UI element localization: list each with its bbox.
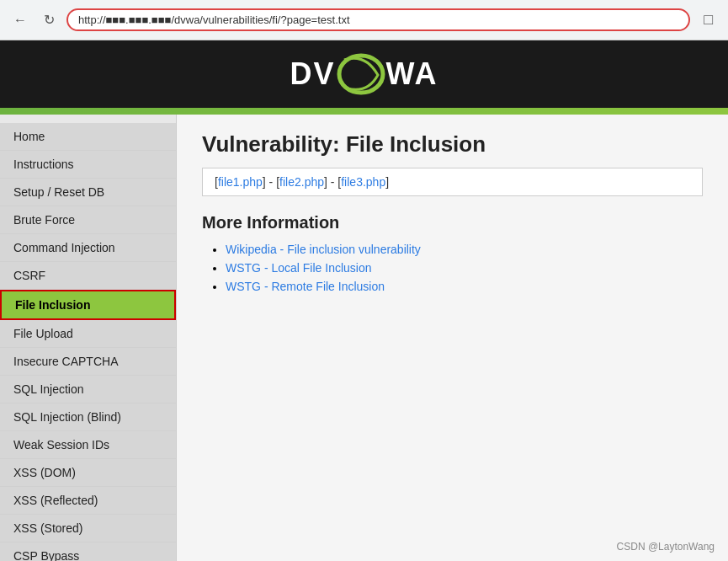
new-tab-button[interactable]: □ [697,8,720,32]
sidebar-item-file-upload[interactable]: File Upload [0,320,176,348]
info-list-item: Wikipedia - File inclusion vulnerability [226,243,703,256]
address-bar[interactable] [66,8,690,31]
green-bar [0,108,728,115]
sidebar-item-csrf[interactable]: CSRF [0,262,176,290]
watermark: CSDN @LaytonWang [617,541,715,553]
sidebar-item-home[interactable]: Home [0,123,176,151]
logo: DV WA [290,51,438,97]
logo-swoosh-icon [336,51,386,97]
info-links-list: Wikipedia - File inclusion vulnerability… [202,243,703,293]
file3-link[interactable]: file3.php [341,175,385,189]
info-list-item: WSTG - Remote File Inclusion [226,280,703,293]
page-title: Vulnerability: File Inclusion [202,131,703,158]
main-content: Vulnerability: File Inclusion [file1.php… [177,115,728,561]
logo-text-wa: WA [386,56,438,92]
sidebar-item-weak-session-ids[interactable]: Weak Session IDs [0,431,176,459]
refresh-button[interactable]: ↻ [39,8,60,31]
site-header: DV WA [0,40,728,108]
main-layout: HomeInstructionsSetup / Reset DBBrute Fo… [0,115,728,561]
sidebar-item-sql-injection-blind[interactable]: SQL Injection (Blind) [0,403,176,431]
logo-text: DV [290,56,335,92]
more-info-heading: More Information [202,213,703,232]
sidebar-item-instructions[interactable]: Instructions [0,151,176,179]
info-link-2[interactable]: WSTG - Remote File Inclusion [226,280,385,293]
sidebar-item-csp-bypass[interactable]: CSP Bypass [0,542,176,561]
sidebar-item-xss-reflected[interactable]: XSS (Reflected) [0,487,176,515]
sidebar-item-sql-injection[interactable]: SQL Injection [0,376,176,403]
back-button[interactable]: ← [8,9,32,31]
info-link-1[interactable]: WSTG - Local File Inclusion [226,261,372,275]
browser-chrome: ← ↻ □ [0,0,728,40]
file1-link[interactable]: file1.php [218,175,263,189]
info-link-0[interactable]: Wikipedia - File inclusion vulnerability [226,243,421,256]
sidebar: HomeInstructionsSetup / Reset DBBrute Fo… [0,115,177,561]
file-links-box: [file1.php] - [file2.php] - [file3.php] [202,168,703,196]
sidebar-item-brute-force[interactable]: Brute Force [0,206,176,234]
sidebar-item-setup-reset-db[interactable]: Setup / Reset DB [0,179,176,206]
sidebar-item-insecure-captcha[interactable]: Insecure CAPTCHA [0,348,176,376]
sidebar-item-file-inclusion[interactable]: File Inclusion [0,290,176,320]
file2-link[interactable]: file2.php [279,175,324,189]
info-list-item: WSTG - Local File Inclusion [226,261,703,275]
sidebar-item-command-injection[interactable]: Command Injection [0,234,176,262]
sidebar-item-xss-dom[interactable]: XSS (DOM) [0,459,176,487]
sidebar-item-xss-stored[interactable]: XSS (Stored) [0,515,176,542]
